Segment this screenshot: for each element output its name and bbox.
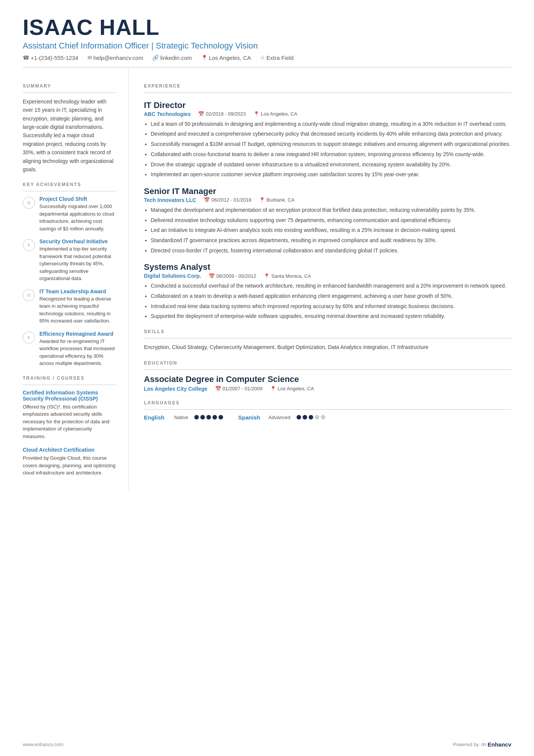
job-title: IT Director	[144, 100, 511, 110]
languages-divider	[144, 409, 511, 410]
job-location: 📍 Los Angeles, CA	[253, 111, 297, 117]
language-dot	[212, 415, 217, 419]
calendar-icon: 📅	[198, 111, 204, 117]
skills-divider	[144, 338, 511, 338]
achievement-item: ♀ Security Overhaul Initiative Implement…	[23, 238, 116, 282]
job-company: ABC Technologies	[144, 111, 190, 117]
left-column: SUMMARY Experienced technology leader wi…	[0, 67, 129, 491]
languages-row: English Native Spanish Advanced	[144, 414, 511, 421]
education-meta: Los Angeles City College 📅 01/2007 - 01/…	[144, 386, 511, 392]
job-location: 📍 Burbank, CA	[259, 197, 295, 203]
achievement-icon: ♀	[23, 332, 35, 344]
job-item: Systems Analyst Digital Solutions Corp. …	[144, 262, 511, 321]
summary-section: SUMMARY Experienced technology leader wi…	[23, 83, 116, 174]
language-dot	[315, 415, 319, 419]
languages-section: LANGUAGES English Native Spanish Advance…	[144, 400, 511, 421]
training-item: Cloud Architect Certification Provided b…	[23, 447, 116, 477]
resume-page: ISAAC HALL Assistant Chief Information O…	[0, 0, 534, 756]
training-section: TRAINING / COURSES Certified Information…	[23, 376, 116, 477]
achievements-label: KEY ACHIEVEMENTS	[23, 182, 116, 187]
education-location: 📍 Los Angeles, CA	[270, 386, 314, 391]
phone-icon: ☎	[23, 55, 29, 61]
language-item: Spanish Advanced	[238, 414, 325, 421]
location-contact: 📍 Los Angeles, CA	[201, 55, 251, 61]
training-label: TRAINING / COURSES	[23, 376, 116, 381]
achievement-icon: ♀	[23, 239, 35, 251]
linkedin-contact: 🔗 linkedin.com	[152, 55, 192, 61]
achievement-content: Security Overhaul Initiative Implemented…	[39, 238, 116, 282]
summary-label: SUMMARY	[23, 83, 116, 89]
achievement-title: IT Team Leadership Award	[39, 288, 116, 294]
job-item: Senior IT Manager Tech Innovators LLC 📅 …	[144, 186, 511, 255]
edu-location-icon: 📍	[270, 386, 276, 391]
education-section: EDUCATION Associate Degree in Computer S…	[144, 360, 511, 392]
job-meta: Digital Solutions Corp. 📅 08/2009 - 05/2…	[144, 273, 511, 279]
language-dot	[303, 415, 307, 419]
training-desc: Offered by (ISC)², this certification em…	[23, 403, 116, 440]
language-dots	[297, 415, 325, 419]
pin-icon: 📍	[259, 197, 265, 203]
education-label: EDUCATION	[144, 360, 511, 366]
list-item: Drove the strategic upgrade of outdated …	[151, 161, 511, 169]
achievement-desc: Successfully migrated over 1,000 departm…	[39, 203, 116, 232]
languages-label: LANGUAGES	[144, 400, 511, 405]
training-desc: Provided by Google Cloud, this course co…	[23, 454, 116, 477]
achievement-item: ☆ IT Team Leadership Award Recognized fo…	[23, 288, 116, 325]
language-dot	[309, 415, 313, 419]
job-date: 📅 06/2012 - 01/2018	[204, 197, 251, 203]
job-title: Senior IT Manager	[144, 186, 511, 196]
skills-text: Encryption, Cloud Strategy, Cybersecurit…	[144, 343, 511, 352]
language-dot	[321, 415, 325, 419]
language-dots	[194, 415, 223, 419]
calendar-icon: 📅	[204, 197, 210, 203]
star-icon: ☆	[260, 55, 265, 61]
job-date: 📅 02/2018 - 09/2023	[198, 111, 246, 117]
achievements-list: ☆ Project Cloud Shift Successfully migra…	[23, 196, 116, 367]
list-item: Led a team of 50 professionals in design…	[151, 120, 511, 128]
job-company: Digital Solutions Corp.	[144, 273, 201, 279]
job-bullets: Led a team of 50 professionals in design…	[144, 120, 511, 179]
candidate-title: Assistant Chief Information Officer | St…	[23, 41, 511, 51]
achievement-content: Efficiency Reimagined Award Awarded for …	[39, 331, 116, 367]
list-item: Led an initiative to integrate AI-driven…	[151, 226, 511, 235]
language-dot	[219, 415, 223, 419]
phone-contact: ☎ +1-(234)-555-1234	[23, 55, 78, 61]
education-school: Los Angeles City College	[144, 386, 208, 392]
jobs-list: IT Director ABC Technologies 📅 02/2018 -…	[144, 100, 511, 321]
achievement-content: Project Cloud Shift Successfully migrate…	[39, 196, 116, 232]
experience-divider	[144, 92, 511, 93]
education-degree: Associate Degree in Computer Science	[144, 374, 511, 384]
list-item: Collaborated with cross-functional teams…	[151, 150, 511, 159]
achievement-desc: Recognized for leading a diverse team in…	[39, 295, 116, 325]
list-item: Developed and executed a comprehensive c…	[151, 130, 511, 138]
achievement-icon: ☆	[23, 197, 35, 209]
language-name: English	[144, 414, 170, 421]
job-bullets: Conducted a successful overhaul of the n…	[144, 282, 511, 321]
skills-label: SKILLS	[144, 329, 511, 334]
training-divider	[23, 385, 116, 385]
achievements-divider	[23, 191, 116, 191]
training-title: Cloud Architect Certification	[23, 447, 116, 453]
job-bullets: Managed the development and implementati…	[144, 206, 511, 255]
language-dot	[194, 415, 199, 419]
linkedin-icon: 🔗	[152, 55, 159, 61]
list-item: Directed cross-border IT projects, foste…	[151, 247, 511, 255]
achievement-item: ♀ Efficiency Reimagined Award Awarded fo…	[23, 331, 116, 367]
calendar-icon: 📅	[215, 386, 221, 391]
right-column: EXPERIENCE IT Director ABC Technologies …	[129, 67, 534, 491]
job-date: 📅 08/2009 - 05/2012	[209, 273, 256, 279]
list-item: Implemented an open-source customer serv…	[151, 171, 511, 179]
summary-text: Experienced technology leader with over …	[23, 97, 116, 174]
language-dot	[200, 415, 205, 419]
language-dot	[297, 415, 301, 419]
achievement-title: Project Cloud Shift	[39, 196, 116, 202]
language-level: Advanced	[269, 415, 290, 420]
education-date: 📅 01/2007 - 01/2009	[215, 386, 263, 391]
list-item: Delivered innovative technology solution…	[151, 216, 511, 225]
language-item: English Native	[144, 414, 223, 421]
achievement-desc: Awarded for re-engineering IT workflow p…	[39, 338, 116, 367]
training-title: Certified Information Systems Security P…	[23, 390, 116, 402]
summary-divider	[23, 92, 116, 93]
candidate-name: ISAAC HALL	[23, 15, 511, 39]
job-company: Tech Innovators LLC	[144, 197, 196, 203]
